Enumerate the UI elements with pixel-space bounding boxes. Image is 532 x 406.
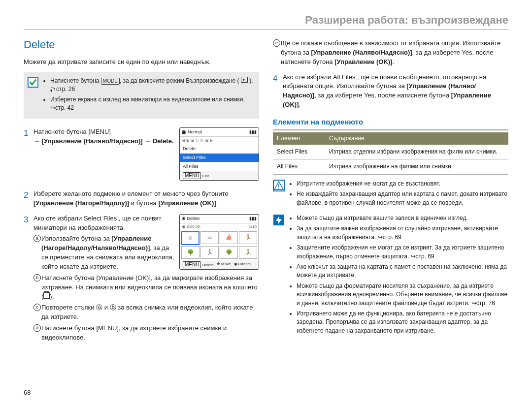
play-icon <box>241 77 248 83</box>
submenu-heading: Елементи на подменюто <box>273 116 508 130</box>
table-header-desc: Съдържание <box>325 132 508 145</box>
submenu-table: Елемент Съдържание Select Files Изтрива … <box>273 132 508 175</box>
info-icon <box>273 214 285 228</box>
thumbnail: 🏃 <box>200 246 219 259</box>
cell-desc: Изтрива изображения на филми или снимки. <box>325 159 508 174</box>
cell-item: All Files <box>273 159 325 174</box>
info-item: Можете също да изтривате вашите записи в… <box>297 214 508 222</box>
page-ref-icon <box>50 87 56 91</box>
step-text: Натиснете бутона [MENU] <box>33 128 111 135</box>
step-text-bold: → [Управление (Наляво/Надясно)] → Delete… <box>33 137 174 145</box>
table-row: Select Files Изтрива отделни избрани изо… <box>273 145 508 159</box>
page-number: 68 <box>24 389 31 396</box>
check-icon <box>28 77 38 88</box>
thumbs-title: Delete <box>187 216 200 222</box>
prereq-item: Изберете екрана с изглед на миниатюри на… <box>50 95 253 113</box>
caution-block: Изтритите изображения не могат да се въз… <box>273 180 508 209</box>
table-header-item: Елемент <box>273 132 325 145</box>
menu-row: All Files <box>180 162 259 171</box>
prerequisite-note: Натиснете бутона MODE, за да включите ре… <box>24 72 259 119</box>
caution-icon <box>273 180 285 194</box>
caution-item: Не изваждайте захранващия адаптер или ка… <box>297 190 508 207</box>
step-4: Ако сте избрали All Files , ще се появи … <box>283 73 508 110</box>
info-item: За да защитите важни изображения от случ… <box>297 224 508 242</box>
step-3: ▣ Delete▮▮▮ ▣ 0:00:551/10 🗑 ⛰ ⛵ 🏃 🌳 🏃 🌳 <box>33 214 259 344</box>
page-header: Разширена работа: възпроизвеждане <box>24 14 508 30</box>
substep-a: Използвайте бутона за [Управление (Нагор… <box>41 234 175 271</box>
thumbnail: ⛵ <box>220 231 238 244</box>
menu-row-selected: Select Files <box>180 154 259 162</box>
step-2: Изберете желаното подменю и елемент от м… <box>33 189 259 208</box>
info-block: Можете също да изтривате вашите записи в… <box>273 214 508 337</box>
step-1: Normal▮▮▮ ◀ ▣ ▣ ▷ ⛭ ▣ ▶ Delete Select Fi… <box>33 127 259 184</box>
menu-screenshot: Normal▮▮▮ ◀ ▣ ▣ ▷ ⛭ ▣ ▶ Delete Select Fi… <box>179 127 259 181</box>
footer-cancel-label: Cancel <box>238 262 251 266</box>
thumbs-screenshot: ▣ Delete▮▮▮ ▣ 0:00:551/10 🗑 ⛰ ⛵ 🏃 🌳 🏃 🌳 <box>179 214 259 270</box>
step-number: 3 <box>24 214 33 344</box>
footer-move-label: Move <box>221 262 231 266</box>
menu-btn-label: MENU <box>183 172 201 179</box>
footer-delete-label: Delete <box>202 263 214 267</box>
cell-desc: Изтрива отделни избрани изображения на ф… <box>325 145 508 159</box>
substep-e: Ще се покаже съобщение в зависимост от и… <box>281 39 508 67</box>
info-item: Изтриването може да не функционира, ако … <box>297 310 508 335</box>
info-item: Можете също да форматирате носителя за с… <box>297 282 508 308</box>
step-text: Ако сте избрали Select Files , ще се поя… <box>33 215 162 231</box>
menu-row: Delete <box>180 145 259 154</box>
intro-text: Можете да изтривате записите си един по … <box>24 58 259 67</box>
svg-rect-0 <box>28 77 38 87</box>
cell-item: Select Files <box>273 145 325 159</box>
step-number: 1 <box>24 127 33 184</box>
info-item: Защитените изображения не могат да се из… <box>297 244 508 261</box>
screen-mode-label: Normal <box>188 129 202 135</box>
thumbs-counter: 1/10 <box>249 224 257 230</box>
right-column: eЩе се покаже съобщение в зависимост от … <box>273 37 508 350</box>
thumbnail: 🏃 <box>239 231 257 244</box>
svg-point-4 <box>278 187 279 188</box>
thumbnail: 🌳 <box>220 246 238 259</box>
caution-item: Изтритите изображения не могат да се въз… <box>297 180 508 188</box>
table-row: All Files Изтрива изображения на филми и… <box>273 159 508 174</box>
thumbnail: 🌳 <box>181 246 200 259</box>
thumbnail-selected: 🗑 <box>181 231 200 245</box>
trash-icon <box>43 292 50 299</box>
thumbnail: ⛰ <box>200 231 219 244</box>
header-title: Разширена работа: възпроизвеждане <box>305 14 508 26</box>
step-number: 4 <box>273 73 283 110</box>
substep-b: Натиснете бутона [Управление (OK)], за д… <box>41 274 259 302</box>
section-title: Delete <box>24 37 259 53</box>
left-column: Delete Можете да изтривате записите си е… <box>24 37 259 350</box>
thumbnail: 🏃 <box>239 246 257 259</box>
prereq-item: Натиснете бутона MODE, за да включите ре… <box>50 77 253 94</box>
substep-d: Натиснете бутона [MENU], за да изтриете … <box>41 324 259 343</box>
exit-label: Exit <box>202 174 209 178</box>
step-number: 2 <box>24 189 33 208</box>
substep-c: Повторете стъпки ⓐ и ⓑ за всяка снимка и… <box>41 303 259 322</box>
info-item: Ако ключът за защита на картата с памет … <box>297 263 508 280</box>
